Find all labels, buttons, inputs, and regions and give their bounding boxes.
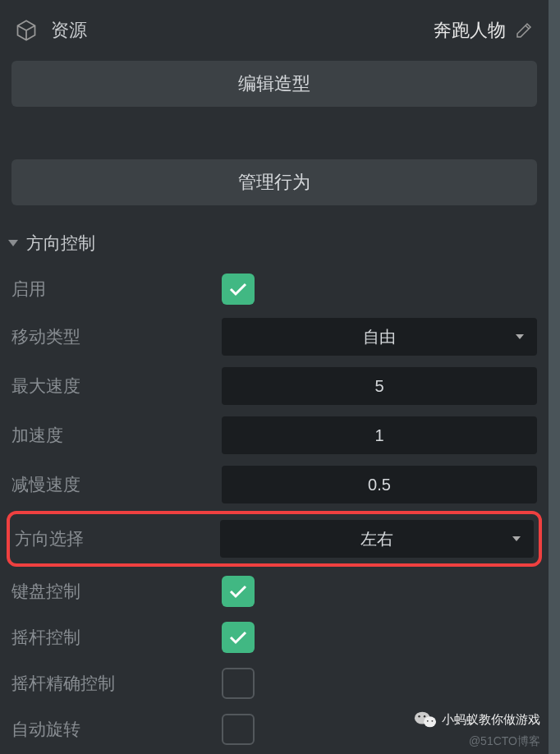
row-move-type: 移动类型 自由 [0,312,549,361]
panel-title: 资源 [51,18,434,43]
object-name: 奔跑人物 [434,18,506,43]
checkbox-enable[interactable] [222,274,255,305]
svg-point-5 [431,720,433,722]
label-enable: 启用 [11,278,222,301]
section-title: 方向控制 [26,232,95,255]
input-max-speed[interactable]: 5 [222,367,537,405]
section-direction-control[interactable]: 方向控制 [0,220,549,266]
row-decel: 减慢速度 0.5 [0,460,549,509]
select-direction[interactable]: 左右 [220,520,534,558]
row-enable: 启用 [0,266,549,312]
label-direction: 方向选择 [15,527,220,550]
select-move-type[interactable]: 自由 [222,318,537,356]
watermark: @51CTO博客 [469,734,540,749]
label-decel: 减慢速度 [11,473,222,496]
row-accel: 加速度 1 [0,411,549,460]
footer-badge-text: 小蚂蚁教你做游戏 [442,712,540,728]
chevron-down-icon [516,334,524,339]
checkbox-keyboard[interactable] [222,576,255,607]
chevron-down-icon [512,536,521,541]
footer-badge: 小蚂蚁教你做游戏 [414,710,540,729]
label-auto-rotate: 自动旋转 [11,718,222,741]
checkbox-auto-rotate[interactable] [222,714,255,745]
label-move-type: 移动类型 [11,325,222,348]
label-max-speed: 最大速度 [11,375,222,398]
checkbox-joystick[interactable] [222,622,255,653]
collapse-triangle-icon [8,240,18,246]
row-direction-highlighted: 方向选择 左右 [7,511,542,567]
right-edge-strip [549,0,560,754]
svg-point-4 [427,720,429,722]
panel-header: 资源 奔跑人物 [0,0,549,61]
edit-shape-button[interactable]: 编辑造型 [11,61,537,107]
label-accel: 加速度 [11,424,222,447]
label-joystick-precise: 摇杆精确控制 [11,672,222,695]
manage-behavior-button[interactable]: 管理行为 [11,159,537,205]
svg-point-1 [424,716,436,727]
checkbox-joystick-precise[interactable] [222,668,255,699]
row-joystick: 摇杆控制 [0,614,549,660]
row-keyboard: 键盘控制 [0,568,549,614]
row-joystick-precise: 摇杆精确控制 [0,660,549,706]
input-decel[interactable]: 0.5 [222,466,537,503]
label-joystick: 摇杆控制 [11,626,222,649]
select-direction-value: 左右 [360,528,393,550]
wechat-icon [414,710,437,729]
resource-cube-icon [15,19,38,42]
row-max-speed: 最大速度 5 [0,361,549,411]
label-keyboard: 键盘控制 [11,580,222,603]
select-move-type-value: 自由 [363,326,396,348]
input-accel[interactable]: 1 [222,416,537,454]
svg-point-3 [424,715,425,717]
edit-name-icon[interactable] [514,21,534,40]
svg-point-2 [418,715,420,717]
